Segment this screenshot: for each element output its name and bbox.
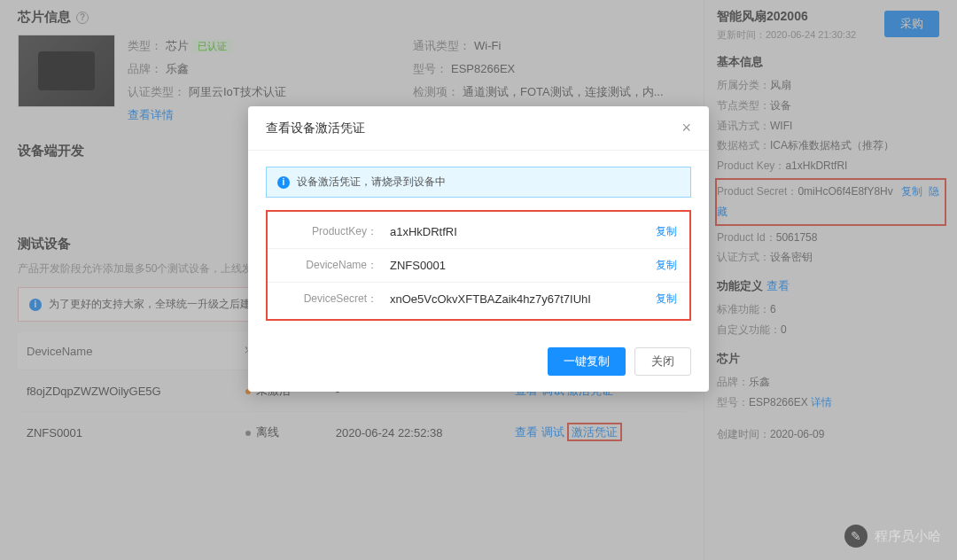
info-icon: i bbox=[277, 176, 290, 189]
modal-mask: 查看设备激活凭证 × i 设备激活凭证，请烧录到设备中 ProductKey： … bbox=[0, 0, 957, 560]
copy-all-button[interactable]: 一键复制 bbox=[548, 347, 626, 376]
credentials-box: ProductKey： a1xHkDRtfRI 复制 DeviceName： Z… bbox=[266, 210, 691, 321]
cred-row: ProductKey： a1xHkDRtfRI 复制 bbox=[268, 215, 689, 248]
modal-title: 查看设备激活凭证 bbox=[266, 121, 365, 136]
close-icon[interactable]: × bbox=[681, 119, 691, 137]
wechat-icon: ✎ bbox=[844, 525, 868, 548]
cred-row: DeviceName： ZNFS0001 复制 bbox=[268, 248, 689, 282]
watermark: ✎ 程序员小哈 bbox=[844, 525, 941, 548]
copy-link[interactable]: 复制 bbox=[656, 224, 677, 239]
credentials-modal: 查看设备激活凭证 × i 设备激活凭证，请烧录到设备中 ProductKey： … bbox=[248, 106, 709, 392]
modal-alert: i 设备激活凭证，请烧录到设备中 bbox=[266, 167, 691, 198]
cred-row: DeviceSecret： xnOe5VcOkvXFTBAZaik4hz7y67… bbox=[268, 282, 689, 315]
copy-link[interactable]: 复制 bbox=[656, 258, 677, 273]
copy-link[interactable]: 复制 bbox=[656, 292, 677, 307]
close-button[interactable]: 关闭 bbox=[634, 347, 691, 376]
